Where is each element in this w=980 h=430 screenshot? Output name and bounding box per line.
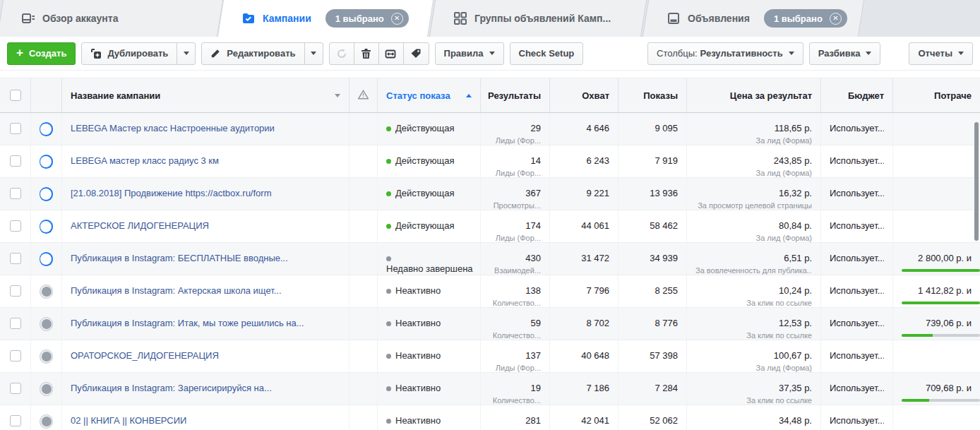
impressions-cell: 58 462 <box>619 210 687 242</box>
campaign-name-link[interactable]: [21.08.2018] Продвижение https://actbox.… <box>71 188 271 198</box>
tab-campaigns[interactable]: Кампании 1 выбрано ✕ <box>220 0 431 37</box>
campaign-name-link[interactable]: АКТЕРСКОЕ ЛИДОГЕНЕРАЦИЯ <box>71 220 209 231</box>
duplicate-button[interactable]: Дублировать <box>81 42 196 65</box>
impressions-cell: 13 936 <box>619 178 687 210</box>
tab-account-overview[interactable]: Обзор аккаунта <box>0 0 220 37</box>
budget-value: Использует... <box>830 318 884 328</box>
campaign-name-link[interactable]: Публикация в Instagram: Зарегисирируйся … <box>71 383 272 393</box>
column-header-impressions[interactable]: Показы <box>619 78 687 112</box>
campaign-toggle[interactable] <box>40 252 53 266</box>
row-checkbox[interactable] <box>10 155 21 167</box>
refresh-icon <box>336 48 347 59</box>
create-button[interactable]: + Создать <box>7 42 76 65</box>
delivery-status: Действующая <box>395 188 455 198</box>
duplicate-dropdown[interactable] <box>177 43 195 64</box>
campaign-name-link[interactable]: LEBEGA Мастер класс Настроенные аудитори… <box>71 123 275 133</box>
delivery-status: Действующая <box>395 220 455 231</box>
header-label: Результаты <box>488 90 541 101</box>
rules-button[interactable]: Правила <box>435 42 504 65</box>
results-type: Лиды (Фор... <box>489 136 541 145</box>
reach-cell: 7 186 <box>550 373 619 405</box>
delete-button[interactable] <box>354 43 379 64</box>
row-checkbox[interactable] <box>10 383 21 394</box>
tag-button[interactable] <box>404 43 429 64</box>
row-checkbox[interactable] <box>10 188 21 199</box>
action-icon-group <box>329 42 429 65</box>
columns-button[interactable]: Столбцы: Результативность <box>647 42 803 65</box>
chevron-down-icon[interactable] <box>335 94 340 100</box>
campaign-toggle[interactable] <box>40 122 53 136</box>
reach-cell: 44 061 <box>550 210 619 242</box>
delivery-status: Действующая <box>395 155 455 166</box>
budget-cell: Использует... <box>821 113 893 145</box>
column-header-issues[interactable] <box>349 78 378 112</box>
tab-ads[interactable]: Объявления 1 выбрано ✕ <box>645 0 861 37</box>
deselect-icon[interactable]: ✕ <box>391 13 403 25</box>
issues-cell <box>349 308 378 340</box>
check-setup-button[interactable]: Check Setup <box>510 42 584 65</box>
campaign-toggle[interactable] <box>40 285 53 299</box>
select-all-checkbox[interactable] <box>10 90 21 101</box>
results-value: 430 <box>489 253 541 263</box>
issues-cell <box>349 243 378 275</box>
campaign-name-link[interactable]: Публикация в Instagram: Итак, мы тоже ре… <box>71 318 304 328</box>
results-cell: 138 Количество... <box>481 275 550 307</box>
tab-adsets[interactable]: Группы объявлений Камп... <box>432 0 644 37</box>
campaign-toggle[interactable] <box>40 350 53 364</box>
row-checkbox[interactable] <box>10 253 21 264</box>
status-cell: Неактивно <box>378 373 481 405</box>
cost-value: 16,32 р. <box>695 188 812 198</box>
impressions-value: 13 936 <box>627 188 678 198</box>
edit-button[interactable]: Редактировать <box>201 42 323 65</box>
campaign-toggle[interactable] <box>40 155 53 169</box>
campaign-toggle[interactable] <box>40 382 53 396</box>
column-header-spent[interactable]: Потраче <box>893 78 980 112</box>
row-checkbox[interactable] <box>10 318 21 329</box>
column-header-results[interactable]: Результаты <box>481 78 550 112</box>
campaign-name-link[interactable]: Публикация в Instagram: Актерская школа … <box>71 285 282 296</box>
spent-cell: 1 412,82 р. и <box>893 275 980 307</box>
campaign-name-link[interactable]: 02 || КНИГА || КОНВЕРСИИ <box>71 415 186 426</box>
trash-icon <box>361 48 371 59</box>
row-checkbox[interactable] <box>10 285 21 297</box>
row-checkbox[interactable] <box>10 350 21 362</box>
columns-prefix: Столбцы: <box>657 48 698 59</box>
edit-dropdown[interactable] <box>304 43 323 64</box>
row-checkbox[interactable] <box>10 220 21 232</box>
campaign-name-link[interactable]: ОРАТОРСКОЕ_ЛИДОГЕНЕРАЦИЯ <box>71 350 219 361</box>
campaign-toggle[interactable] <box>40 220 53 234</box>
campaign-name-link[interactable]: LEBEGA мастер класс радиус 3 км <box>71 155 219 166</box>
reach-cell: 31 472 <box>550 243 619 275</box>
deselect-icon[interactable]: ✕ <box>830 13 842 25</box>
results-cell: 29 Лиды (Фор... <box>481 113 550 145</box>
campaign-name-link[interactable]: Публикация в Instagram: БЕСПЛАТНЫЕ вводн… <box>71 253 288 263</box>
account-overview-icon <box>21 11 35 25</box>
header-label: Цена за результат <box>730 90 812 101</box>
chevron-down-icon <box>311 52 316 58</box>
status-cell: Действующая <box>378 145 481 177</box>
results-value: 137 <box>489 350 541 361</box>
breakdown-button[interactable]: Разбивка <box>809 42 881 65</box>
cost-value: 100,67 р. <box>695 350 812 361</box>
column-header-status[interactable]: Статус показа <box>378 78 481 112</box>
row-checkbox[interactable] <box>10 123 21 134</box>
reports-label: Отчеты <box>918 48 952 59</box>
reach-cell: 42 041 <box>550 405 619 430</box>
status-cell: Неактивно <box>378 340 481 372</box>
column-header-cost[interactable]: Цена за результат <box>687 78 821 112</box>
reports-button[interactable]: Отчеты <box>909 42 973 65</box>
ab-test-button[interactable] <box>379 43 404 64</box>
vertical-scrollbar[interactable] <box>974 122 979 241</box>
budget-value: Использует... <box>830 220 884 231</box>
campaign-toggle[interactable] <box>40 414 53 429</box>
status-dot <box>386 419 391 424</box>
refresh-button[interactable] <box>330 43 354 64</box>
row-checkbox[interactable] <box>10 415 21 426</box>
campaign-toggle[interactable] <box>40 187 53 201</box>
column-header-name[interactable]: Название кампании <box>62 78 349 112</box>
budget-value: Использует... <box>830 285 884 296</box>
spent-value: 1 412,82 р. и <box>902 285 972 296</box>
campaign-toggle[interactable] <box>40 317 53 331</box>
column-header-budget[interactable]: Бюджет <box>821 78 893 112</box>
column-header-reach[interactable]: Охват <box>550 78 619 112</box>
